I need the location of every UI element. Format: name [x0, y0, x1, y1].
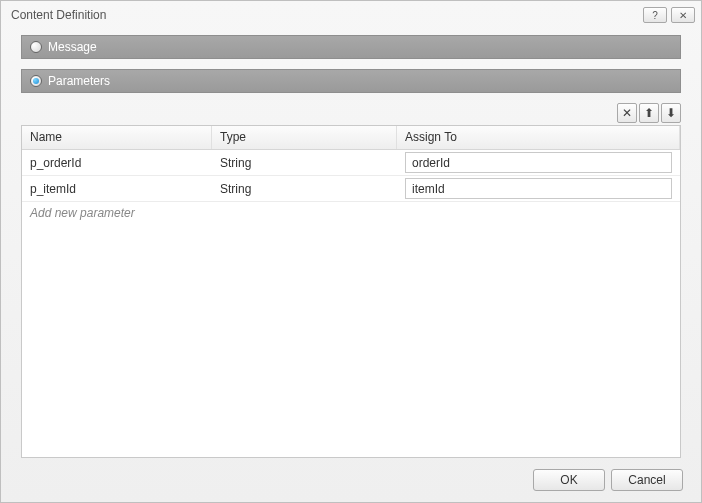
table-header: Name Type Assign To: [22, 126, 680, 150]
table-row[interactable]: p_itemId String: [22, 176, 680, 202]
arrow-up-icon: ⬆: [644, 106, 654, 120]
header-name[interactable]: Name: [22, 126, 212, 149]
content-definition-dialog: Content Definition ? ✕ Message Parameter…: [0, 0, 702, 503]
option-message-label: Message: [48, 40, 97, 54]
table-toolbar: ✕ ⬆ ⬇: [21, 103, 681, 123]
option-message[interactable]: Message: [21, 35, 681, 59]
cell-type[interactable]: String: [212, 176, 397, 201]
cell-type[interactable]: String: [212, 150, 397, 175]
option-parameters-label: Parameters: [48, 74, 110, 88]
help-button[interactable]: ?: [643, 7, 667, 23]
table-row[interactable]: p_orderId String: [22, 150, 680, 176]
close-icon: ✕: [679, 10, 687, 21]
window-title: Content Definition: [11, 8, 639, 22]
assign-input[interactable]: [405, 152, 672, 173]
header-assign[interactable]: Assign To: [397, 126, 680, 149]
ok-button[interactable]: OK: [533, 469, 605, 491]
cancel-button[interactable]: Cancel: [611, 469, 683, 491]
parameters-table: Name Type Assign To p_orderId String p_i…: [21, 125, 681, 458]
close-button[interactable]: ✕: [671, 7, 695, 23]
cell-name[interactable]: p_orderId: [22, 150, 212, 175]
option-parameters[interactable]: Parameters: [21, 69, 681, 93]
help-icon: ?: [652, 10, 658, 21]
cell-assign: [397, 176, 680, 201]
cell-name[interactable]: p_itemId: [22, 176, 212, 201]
cell-assign: [397, 150, 680, 175]
dialog-body: Message Parameters ✕ ⬆ ⬇ Name Type Assig…: [1, 29, 701, 458]
radio-icon-selected: [30, 75, 42, 87]
arrow-down-icon: ⬇: [666, 106, 676, 120]
titlebar: Content Definition ? ✕: [1, 1, 701, 29]
move-down-button[interactable]: ⬇: [661, 103, 681, 123]
delete-row-button[interactable]: ✕: [617, 103, 637, 123]
dialog-footer: OK Cancel: [1, 458, 701, 502]
assign-input[interactable]: [405, 178, 672, 199]
header-type[interactable]: Type: [212, 126, 397, 149]
radio-icon: [30, 41, 42, 53]
add-parameter-row[interactable]: Add new parameter: [22, 202, 680, 224]
delete-icon: ✕: [622, 106, 632, 120]
move-up-button[interactable]: ⬆: [639, 103, 659, 123]
